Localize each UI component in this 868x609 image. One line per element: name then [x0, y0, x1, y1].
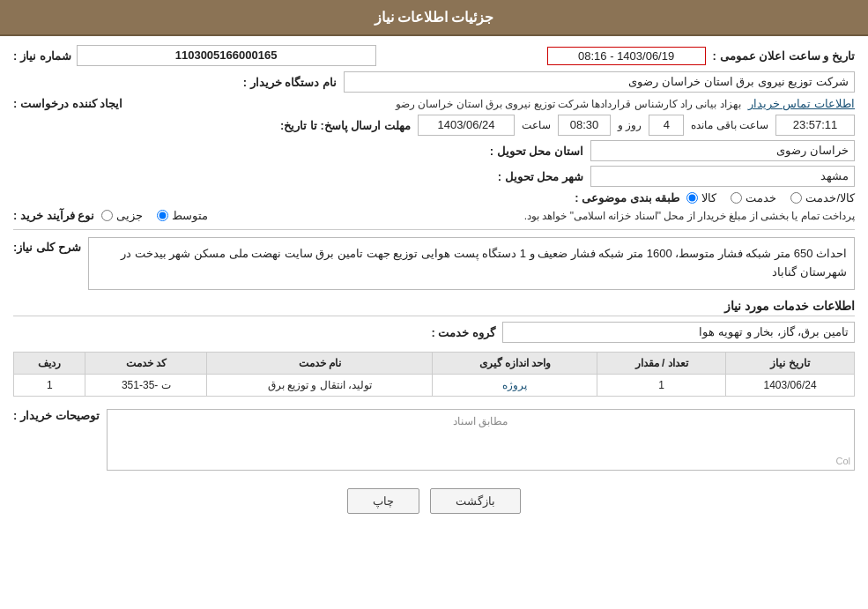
- need-number-block: 1103005166000165 شماره نیاز :: [13, 45, 376, 66]
- buttons-row: بازگشت چاپ: [13, 488, 855, 514]
- send-time-label: ساعت: [522, 119, 551, 131]
- col-unit: واحد اندازه گیری: [433, 353, 597, 375]
- announce-date-block: تاریخ و ساعت اعلان عمومی : 1403/06/19 - …: [547, 47, 855, 65]
- category-row: کالا/خدمت خدمت کالا طبقه بندی موضوعی :: [13, 191, 855, 204]
- send-date-value: 1403/06/24: [418, 115, 515, 136]
- cell-date: 1403/06/24: [726, 375, 855, 397]
- remaining-time-value: 23:57:11: [775, 115, 855, 136]
- purchase-label-2: متوسط: [172, 209, 208, 222]
- category-label-1: کالا: [701, 191, 716, 204]
- cell-row: 1: [14, 375, 85, 397]
- creator-link[interactable]: اطلاعات تماس خریدار: [748, 97, 855, 110]
- category-radio-3[interactable]: [790, 192, 802, 204]
- purchase-note: پرداخت تمام یا بخشی از مبلغ خریدار از مح…: [217, 210, 855, 222]
- category-label-3: کالا/خدمت: [805, 191, 855, 204]
- remaining-time-label: ساعت باقی مانده: [691, 119, 768, 131]
- cell-qty: 1: [597, 375, 726, 397]
- announce-date-value: 1403/06/19 - 08:16: [547, 47, 706, 65]
- remaining-days-label: روز و: [618, 119, 642, 131]
- send-time-value: 08:30: [558, 115, 611, 136]
- page-title: جزئیات اطلاعات نیاز: [375, 10, 494, 25]
- col-service-name: نام خدمت: [207, 353, 433, 375]
- services-section-title: اطلاعات خدمات مورد نیاز: [13, 299, 855, 316]
- category-radio-1[interactable]: [686, 192, 698, 204]
- category-radio-2[interactable]: [731, 192, 742, 204]
- page-wrapper: جزئیات اطلاعات نیاز تاریخ و ساعت اعلان ع…: [0, 0, 868, 609]
- page-header: جزئیات اطلاعات نیاز: [0, 0, 868, 36]
- cell-unit: پروژه: [433, 375, 597, 397]
- services-table: تاریخ نیاز تعداد / مقدار واحد اندازه گیر…: [13, 352, 855, 397]
- category-radio-group: کالا/خدمت خدمت کالا: [686, 191, 855, 204]
- send-date-label: مهلت ارسال پاسخ: تا تاریخ:: [280, 119, 411, 132]
- creator-label: ایجاد کننده درخواست :: [13, 97, 122, 110]
- province-row: خراسان رضوی استان محل تحویل :: [13, 140, 855, 161]
- buyer-desc-section: مطابق اسناد Col توصیحات خریدار :: [13, 405, 855, 474]
- purchase-label-1: جزیی: [116, 209, 143, 222]
- city-label: شهر محل تحویل :: [498, 170, 583, 183]
- col-date: تاریخ نیاز: [726, 353, 855, 375]
- category-option-3[interactable]: کالا/خدمت: [790, 191, 855, 204]
- purchase-type-label: نوع فرآیند خرید :: [13, 209, 94, 222]
- service-group-label: گروه خدمت :: [431, 326, 495, 339]
- province-value: خراسان رضوی: [590, 140, 855, 161]
- city-value: مشهد: [590, 166, 855, 187]
- need-number-value: 1103005166000165: [77, 45, 376, 66]
- buyer-desc-box: مطابق اسناد Col: [107, 409, 855, 471]
- col-badge: Col: [835, 456, 850, 466]
- purchase-option-1[interactable]: جزیی: [101, 209, 143, 222]
- service-group-value: تامین برق، گاز، بخار و تهویه هوا: [502, 322, 855, 343]
- buyer-name-row: شرکت توزیع نیروی برق استان خراسان رضوی ن…: [13, 71, 855, 93]
- creator-row: اطلاعات تماس خریدار بهزاد بیانی راد کارش…: [13, 97, 855, 110]
- top-row: تاریخ و ساعت اعلان عمومی : 1403/06/19 - …: [13, 45, 855, 66]
- description-value: احداث 650 متر شبکه فشار متوسط، 1600 متر …: [88, 237, 855, 290]
- main-content: تاریخ و ساعت اعلان عمومی : 1403/06/19 - …: [0, 36, 868, 531]
- col-qty: تعداد / مقدار: [597, 353, 726, 375]
- purchase-radio-1[interactable]: [101, 210, 113, 221]
- purchase-option-2[interactable]: متوسط: [157, 209, 208, 222]
- buyer-desc-label: توصیحات خریدار :: [13, 409, 100, 422]
- province-label: استان محل تحویل :: [490, 145, 583, 158]
- divider-1: [13, 229, 855, 230]
- table-row: 1403/06/24 1 پروژه تولید، انتقال و توزیع…: [14, 375, 855, 397]
- category-label-2: خدمت: [746, 191, 776, 204]
- buyer-desc-placeholder: مطابق اسناد: [113, 415, 849, 427]
- remaining-days-value: 4: [649, 115, 684, 136]
- col-service-code: کد خدمت: [85, 353, 207, 375]
- send-date-row: 23:57:11 ساعت باقی مانده 4 روز و 08:30 س…: [13, 115, 855, 136]
- buyer-name-label: نام دستگاه خریدار :: [243, 76, 337, 89]
- category-label: طبقه بندی موضوعی :: [575, 191, 679, 204]
- city-row: مشهد شهر محل تحویل :: [13, 166, 855, 187]
- category-option-1[interactable]: کالا: [686, 191, 716, 204]
- description-label: شرح کلی نیاز:: [13, 241, 81, 254]
- announce-date-label: تاریخ و ساعت اعلان عمومی :: [713, 49, 855, 63]
- creator-value: بهزاد بیانی راد کارشناس قراردادها شرکت ت…: [130, 98, 741, 110]
- need-number-label: شماره نیاز :: [13, 49, 71, 63]
- table-body: 1403/06/24 1 پروژه تولید، انتقال و توزیع…: [14, 375, 855, 397]
- cell-service-code: ت -35-351: [85, 375, 207, 397]
- service-group-row: تامین برق، گاز، بخار و تهویه هوا گروه خد…: [13, 322, 855, 343]
- purchase-row: پرداخت تمام یا بخشی از مبلغ خریدار از مح…: [13, 209, 855, 222]
- services-table-section: تاریخ نیاز تعداد / مقدار واحد اندازه گیر…: [13, 352, 855, 397]
- buyer-name-value: شرکت توزیع نیروی برق استان خراسان رضوی: [344, 71, 855, 93]
- purchase-radio-2[interactable]: [157, 210, 168, 221]
- back-button[interactable]: بازگشت: [430, 488, 521, 514]
- table-header-row: تاریخ نیاز تعداد / مقدار واحد اندازه گیر…: [14, 353, 855, 375]
- print-button[interactable]: چاپ: [347, 488, 419, 514]
- category-option-2[interactable]: خدمت: [731, 191, 776, 204]
- col-row: ردیف: [14, 353, 85, 375]
- description-section: احداث 650 متر شبکه فشار متوسط، 1600 متر …: [13, 237, 855, 290]
- table-header: تاریخ نیاز تعداد / مقدار واحد اندازه گیر…: [14, 353, 855, 375]
- purchase-radio-group: متوسط جزیی: [101, 209, 208, 222]
- cell-service-name: تولید، انتقال و توزیع برق: [207, 375, 433, 397]
